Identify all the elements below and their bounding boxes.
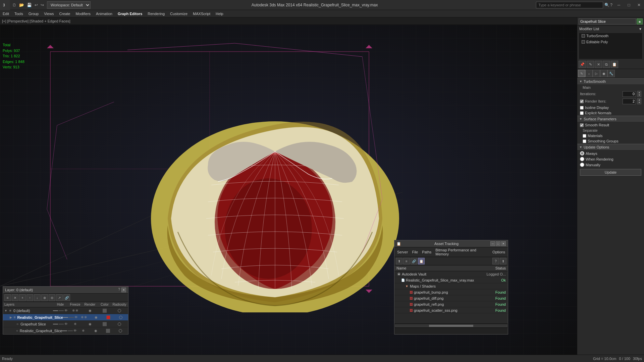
render-iters-checkbox[interactable] (580, 100, 584, 103)
save-btn[interactable]: 💾 (26, 2, 33, 8)
asset-btn-1[interactable]: ⬆ (396, 258, 402, 264)
asset-row-sss[interactable]: 🖼 grapefruit_scatter_sss.png Found (394, 307, 508, 313)
iterations-down[interactable]: ▼ (638, 94, 641, 97)
scroll-thumb[interactable] (429, 325, 474, 327)
panel-btn-delete[interactable]: ✕ (595, 61, 602, 68)
redo-btn[interactable]: ↪ (40, 2, 45, 8)
asset-close-btn[interactable]: ✕ (501, 241, 506, 246)
color-swatch-2[interactable] (106, 315, 110, 319)
asset-row-vault[interactable]: 🏛 Autodesk Vault Logged O... (394, 271, 508, 277)
new-btn[interactable]: 🗋 (11, 2, 17, 8)
scroll-track[interactable] (395, 324, 507, 327)
menu-item-views[interactable]: Views (41, 10, 56, 17)
menu-item-animation[interactable]: Animation (93, 10, 115, 17)
iterations-input[interactable] (623, 91, 636, 97)
menu-item-graph-editors[interactable]: Graph Editors (115, 10, 145, 17)
minimize-btn[interactable]: ─ (614, 0, 624, 10)
layer-row-grapefruit-slice[interactable]: ▶ ≡ Realistic_Grapefruit_Slice 👁 ❄ ❄ ◉ (3, 314, 128, 321)
viewport[interactable]: [+] [Perspective] [Shaded + Edged Faces]… (0, 17, 577, 362)
asset-menu-options[interactable]: Options (490, 249, 507, 255)
icon-tab-utilities[interactable]: 🔧 (607, 70, 615, 77)
always-radio[interactable] (580, 151, 584, 156)
menu-item-modifiers[interactable]: Modifiers (73, 10, 93, 17)
menu-item-customize[interactable]: Customize (167, 10, 190, 17)
menu-item-group[interactable]: Group (26, 10, 42, 17)
icon-tab-display[interactable]: ◉ (600, 70, 607, 77)
panel-btn-pin[interactable]: 📌 (579, 61, 586, 68)
cs3[interactable] (103, 322, 107, 326)
render-iters-up[interactable]: ▲ (638, 99, 641, 101)
update-button[interactable]: Update (580, 169, 641, 176)
isoline-checkbox[interactable] (580, 106, 584, 110)
smooth-result-checkbox[interactable] (580, 123, 584, 127)
modifier-check-1[interactable] (582, 34, 585, 38)
asset-menu-file[interactable]: File (410, 249, 420, 255)
smoothing-groups-checkbox[interactable] (583, 139, 586, 143)
layers-btn-1[interactable]: ≡ (4, 294, 11, 301)
asset-menu-bitmap[interactable]: Bitmap Performance and Memory (433, 247, 490, 257)
workspace-selector[interactable]: Workspace: Default (47, 1, 91, 9)
asset-maximize-btn[interactable]: □ (496, 241, 500, 246)
asset-btn-help[interactable]: ? (492, 258, 499, 264)
layers-btn-8[interactable]: ↗ (56, 294, 63, 301)
surface-params-header[interactable]: ▼ Surface Parameters (577, 116, 644, 122)
open-btn[interactable]: 📂 (18, 2, 25, 8)
color-swatch[interactable] (103, 309, 107, 313)
asset-row-refl[interactable]: 🖼 grapefruit_refl.png Found (394, 301, 508, 307)
icon-tab-hierarchy[interactable]: ⬦ (585, 70, 593, 77)
cs4[interactable] (106, 329, 110, 333)
layers-btn-3[interactable]: + (19, 294, 26, 301)
turbosm-section-header[interactable]: ▼ TurboSmooth (577, 78, 644, 85)
when-rendering-radio[interactable] (580, 157, 584, 161)
asset-row-bump[interactable]: 🖼 grapefruit_bump.png Found (394, 289, 508, 295)
menu-item-create[interactable]: Create (56, 10, 73, 17)
search-input[interactable] (536, 2, 603, 8)
modifier-editable-poly[interactable]: Editable Poly (579, 39, 642, 45)
modifier-check-2[interactable] (582, 40, 585, 44)
panel-btn-paste[interactable]: 📋 (611, 61, 618, 68)
layers-btn-5[interactable]: ↓ (34, 294, 41, 301)
menu-item-help[interactable]: Help (213, 10, 226, 17)
menu-item-edit[interactable]: Edit (0, 10, 12, 17)
asset-row-max-file[interactable]: 📄 Realistic_Grapefruit_Slice_max_vray.ma… (394, 277, 508, 283)
menu-item-tools[interactable]: Tools (12, 10, 26, 17)
asset-btn-3[interactable]: 🔗 (411, 258, 417, 264)
render-iters-input[interactable] (623, 99, 636, 104)
layers-close-btn[interactable]: ✕ (121, 288, 126, 292)
iterations-up[interactable]: ▲ (638, 91, 641, 94)
layers-btn-4[interactable]: ↑ (26, 294, 33, 301)
icon-tab-modify[interactable]: ✎ (578, 70, 585, 77)
menu-item-maxscript[interactable]: MAXScript (190, 10, 213, 17)
close-btn[interactable]: ✕ (634, 0, 644, 10)
layer-row-realistic-slice[interactable]: ○ Realistic_Grapefruit_Slice 👁 ❄ ◉ (3, 327, 128, 334)
icon-tab-motion[interactable]: ▷ (593, 70, 600, 77)
maximize-btn[interactable]: □ (624, 0, 634, 10)
asset-menu-server[interactable]: Server (395, 249, 410, 255)
expand-icon-2[interactable]: ▶ (10, 316, 12, 319)
modifier-stack[interactable]: TurboSmooth Editable Poly (579, 33, 643, 59)
asset-btn-expand[interactable]: ⬆ (500, 258, 506, 264)
materials-checkbox[interactable] (583, 134, 586, 138)
object-name-input[interactable] (579, 18, 636, 24)
asset-minimize-btn[interactable]: ─ (490, 241, 495, 246)
layer-row-grapefruit-slice-child[interactable]: ○ Grapefruit Slice 👁 ❄ ◉ (3, 321, 128, 327)
layer-row-default[interactable]: ▼ ≡ 0 (default) 👁 ❄ ❄ ◉ (3, 307, 128, 314)
layers-btn-9[interactable]: 🔗 (63, 294, 70, 301)
asset-scrollbar[interactable] (394, 323, 508, 327)
update-options-header[interactable]: ▼ Update Options (577, 144, 644, 150)
render-iters-spinner[interactable]: ▲ ▼ (637, 98, 641, 104)
manually-radio[interactable] (580, 163, 584, 167)
layers-btn-6[interactable]: ⊕ (41, 294, 48, 301)
expand-icon[interactable]: ▼ (4, 309, 7, 312)
iterations-spinner[interactable]: ▲ ▼ (637, 91, 641, 97)
layers-btn-2[interactable]: ✕ (12, 294, 18, 301)
asset-btn-4[interactable]: 📋 (418, 258, 425, 264)
object-name-color-btn[interactable]: ■ (637, 18, 643, 24)
panel-btn-copy[interactable]: ⧉ (603, 61, 610, 68)
explicit-normals-checkbox[interactable] (580, 111, 584, 115)
undo-btn[interactable]: ↩ (34, 2, 39, 8)
asset-row-diff[interactable]: 🖼 grapefruit_diff.png Found (394, 295, 508, 301)
layers-btn-7[interactable]: ⊖ (49, 294, 55, 301)
modifier-turbosmooth[interactable]: TurboSmooth (579, 33, 642, 39)
panel-btn-edit[interactable]: ✎ (587, 61, 594, 68)
